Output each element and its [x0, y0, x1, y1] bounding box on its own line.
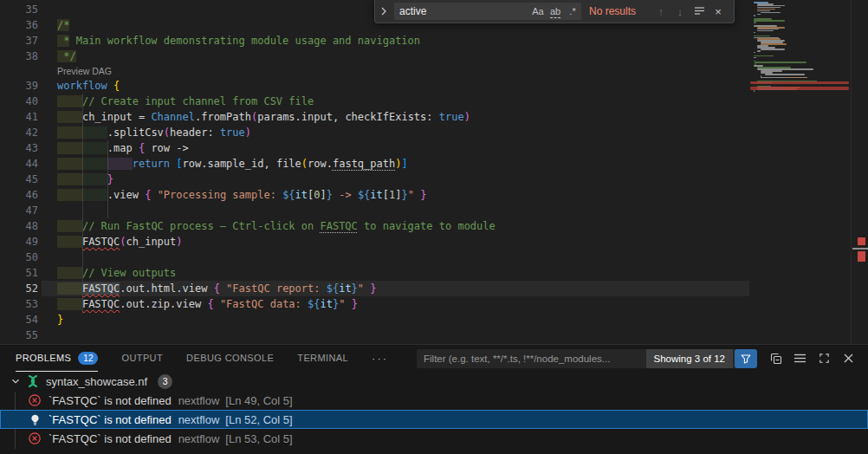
code-text: }: [57, 172, 113, 187]
whole-word-icon[interactable]: ab: [547, 6, 564, 16]
filter-input[interactable]: [417, 349, 646, 368]
line-number: 42: [0, 125, 38, 140]
code-text: FASTQC.out.zip.view { "FastQC data: ${it…: [57, 296, 358, 312]
more-tabs-icon[interactable]: ···: [372, 352, 388, 365]
code-line[interactable]: 54}: [0, 312, 749, 328]
code-text: // Create input channel from CSV file: [57, 94, 314, 109]
minimap-line: [754, 20, 785, 22]
line-number: 55: [0, 328, 38, 343]
code-line[interactable]: 42 .splitCsv(header: true): [0, 125, 749, 140]
minimap[interactable]: [749, 0, 851, 344]
code-text: // Run FastQC process – Ctrl-click on FA…: [57, 218, 496, 234]
code-editor[interactable]: 3536/*37 * Main workflow demonstrating m…: [0, 0, 868, 344]
minimap-line: [761, 49, 784, 50]
tab-output[interactable]: OUTPUT: [121, 345, 163, 372]
problems-file-group[interactable]: syntax_showcase.nf 3: [0, 372, 868, 391]
tab-terminal[interactable]: TERMINAL: [297, 345, 348, 372]
line-number: 35: [0, 2, 38, 17]
line-number: 36: [0, 17, 38, 33]
file-problem-count-badge: 3: [158, 374, 172, 389]
next-match-icon[interactable]: ↓: [670, 5, 690, 18]
find-query-text[interactable]: active: [394, 5, 529, 17]
code-line[interactable]: 46 .view { "Processing sample: ${it[0]} …: [0, 187, 749, 203]
line-number: 46: [0, 187, 38, 203]
match-case-icon[interactable]: Aa: [529, 6, 547, 16]
minimap-line: [750, 88, 849, 90]
code-line[interactable]: 50: [0, 250, 749, 265]
minimap-line: [754, 15, 755, 16]
problem-row-selected[interactable]: `FASTQC` is not defined nextflow [Ln 52,…: [0, 410, 868, 429]
code-text: workflow {: [57, 78, 120, 94]
lightbulb-icon[interactable]: [28, 412, 42, 426]
panel-tabs-row: PROBLEMS 12 OUTPUT DEBUG CONSOLE TERMINA…: [0, 345, 868, 372]
problem-location: [Ln 53, Col 5]: [225, 432, 292, 445]
minimap-line: [754, 90, 755, 92]
chevron-down-icon[interactable]: [9, 374, 23, 388]
find-widget: active Aa ab .* No results ↑ ↓ ×: [374, 0, 735, 23]
bottom-panel: PROBLEMS 12 OUTPUT DEBUG CONSOLE TERMINA…: [0, 344, 868, 454]
close-find-icon[interactable]: ×: [709, 5, 728, 18]
code-line[interactable]: 53 FASTQC.out.zip.view { "FastQC data: $…: [0, 296, 749, 312]
line-number: 52: [0, 281, 38, 296]
toggle-replace-chevron-icon[interactable]: [379, 7, 392, 16]
line-number: 53: [0, 296, 38, 312]
code-line[interactable]: 52 FASTQC.out.html.view { "FastQC report…: [0, 281, 749, 296]
problem-source: nextflow: [178, 432, 220, 445]
minimap-line: [757, 14, 761, 16]
problem-message: `FASTQC` is not defined: [49, 413, 172, 426]
line-number: 43: [0, 140, 38, 156]
code-line[interactable]: 45 }: [0, 172, 749, 187]
overview-ruler[interactable]: [852, 0, 868, 344]
maximize-panel-icon[interactable]: [817, 351, 832, 366]
code-line[interactable]: 48 // Run FastQC process – Ctrl-click on…: [0, 218, 749, 234]
showing-count-badge: Showing 3 of 12: [646, 349, 733, 368]
line-number: 45: [0, 172, 38, 187]
filter-funnel-icon[interactable]: [735, 349, 757, 368]
line-number: 44: [0, 156, 38, 172]
code-line[interactable]: 39workflow {: [0, 78, 749, 94]
code-text: .map { row ->: [57, 140, 189, 156]
problem-source: nextflow: [178, 413, 220, 426]
line-number: 50: [0, 250, 38, 265]
minimap-line: [755, 62, 806, 63]
ruler-error-mark: [858, 251, 865, 262]
code-text: FASTQC.out.html.view { "FastQC report: $…: [57, 281, 377, 296]
code-text: FASTQC(ch_input): [57, 234, 183, 250]
problem-location: [Ln 52, Col 5]: [225, 413, 292, 426]
problems-list: syntax_showcase.nf 3 `FASTQC` is not def…: [0, 372, 868, 448]
line-number: 39: [0, 78, 38, 94]
error-icon: [28, 393, 42, 407]
find-input[interactable]: active Aa ab .*: [394, 3, 581, 20]
problem-row[interactable]: `FASTQC` is not defined nextflow [Ln 49,…: [0, 391, 868, 410]
tab-debug-console[interactable]: DEBUG CONSOLE: [186, 345, 274, 372]
regex-icon[interactable]: .*: [564, 6, 581, 16]
code-line[interactable]: 55: [0, 328, 749, 343]
code-line[interactable]: 41 ch_input = Channel.fromPath(params.in…: [0, 109, 749, 125]
code-text: return [row.sample_id, file(row.fastq_pa…: [57, 156, 408, 172]
panel-actions: [768, 351, 856, 366]
line-number: 41: [0, 109, 38, 125]
minimap-line: [750, 81, 849, 83]
code-line[interactable]: 49 FASTQC(ch_input): [0, 234, 749, 250]
code-line[interactable]: 43 .map { row ->: [0, 140, 749, 156]
collapse-all-icon[interactable]: [768, 351, 783, 366]
previous-match-icon[interactable]: ↑: [651, 5, 670, 18]
code-line[interactable]: 51 // View outputs: [0, 265, 749, 281]
code-line[interactable]: 38 */: [0, 49, 749, 64]
problems-filter: Showing 3 of 12: [417, 349, 757, 368]
problem-row[interactable]: `FASTQC` is not defined nextflow [Ln 53,…: [0, 429, 868, 448]
code-line[interactable]: 44 return [row.sample_id, file(row.fastq…: [0, 156, 749, 172]
line-number: 51: [0, 265, 38, 281]
view-as-table-icon[interactable]: [793, 351, 807, 366]
codelens-preview-dag[interactable]: Preview DAG: [0, 64, 749, 78]
line-number: 37: [0, 33, 38, 49]
find-in-selection-icon[interactable]: [690, 5, 709, 18]
code-line[interactable]: 47: [0, 203, 749, 218]
code-line[interactable]: 37 * Main workflow demonstrating module …: [0, 33, 749, 49]
minimap-line: [757, 10, 770, 12]
problem-message: `FASTQC` is not defined: [49, 394, 172, 407]
close-panel-icon[interactable]: [841, 351, 856, 366]
code-line[interactable]: 40 // Create input channel from CSV file: [0, 94, 749, 109]
code-text: */: [57, 49, 76, 64]
tab-problems[interactable]: PROBLEMS 12: [16, 345, 98, 372]
